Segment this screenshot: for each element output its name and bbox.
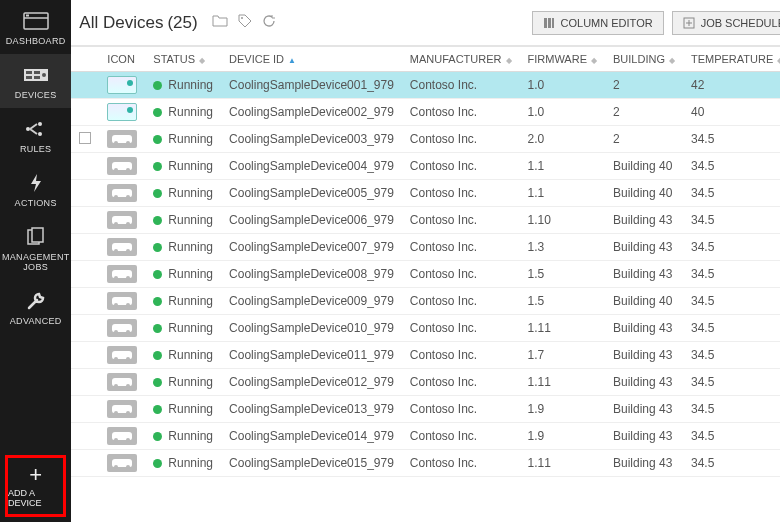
svg-rect-2 — [26, 15, 29, 17]
cell-temperature: 34.5 — [683, 315, 780, 342]
col-firmware[interactable]: FIRMWARE◆ — [520, 47, 605, 72]
status-dot-icon — [153, 243, 162, 252]
row-checkbox[interactable] — [71, 153, 99, 180]
car-icon — [107, 130, 137, 148]
table-row[interactable]: RunningCoolingSampleDevice004_979Contoso… — [71, 153, 780, 180]
table-row[interactable]: RunningCoolingSampleDevice002_979Contoso… — [71, 99, 780, 126]
row-checkbox[interactable] — [71, 396, 99, 423]
refresh-icon[interactable] — [262, 14, 276, 31]
sidebar-item-management-jobs[interactable]: MANAGEMENT JOBS — [0, 216, 71, 280]
row-checkbox[interactable] — [71, 207, 99, 234]
col-temperature[interactable]: TEMPERATURE◆ — [683, 47, 780, 72]
row-checkbox[interactable] — [71, 234, 99, 261]
sidebar-item-devices[interactable]: DEVICES — [0, 54, 71, 108]
row-checkbox[interactable] — [71, 180, 99, 207]
table-row[interactable]: RunningCoolingSampleDevice006_979Contoso… — [71, 207, 780, 234]
row-checkbox[interactable] — [71, 342, 99, 369]
table-row[interactable]: RunningCoolingSampleDevice011_979Contoso… — [71, 342, 780, 369]
row-checkbox[interactable] — [71, 72, 99, 99]
car-icon — [107, 319, 137, 337]
cell-device-id: CoolingSampleDevice001_979 — [221, 72, 402, 99]
cell-building: Building 43 — [605, 396, 683, 423]
cell-firmware: 1.0 — [520, 99, 605, 126]
cell-device-id: CoolingSampleDevice013_979 — [221, 396, 402, 423]
cell-icon — [99, 72, 145, 99]
svg-rect-15 — [544, 18, 547, 28]
row-checkbox[interactable] — [71, 261, 99, 288]
sidebar-item-rules[interactable]: RULES — [0, 108, 71, 162]
col-building[interactable]: BUILDING◆ — [605, 47, 683, 72]
col-device-id[interactable]: DEVICE ID▲ — [221, 47, 402, 72]
row-checkbox[interactable] — [71, 450, 99, 477]
folder-icon[interactable] — [212, 14, 228, 31]
column-editor-icon — [543, 17, 555, 29]
cell-device-id: CoolingSampleDevice015_979 — [221, 450, 402, 477]
cell-temperature: 34.5 — [683, 450, 780, 477]
cell-icon — [99, 207, 145, 234]
svg-point-8 — [42, 73, 46, 77]
column-editor-button[interactable]: COLUMN EDITOR — [532, 11, 664, 35]
cell-status: Running — [145, 315, 221, 342]
sidebar-item-actions[interactable]: ACTIONS — [0, 162, 71, 216]
status-dot-icon — [153, 270, 162, 279]
table-row[interactable]: RunningCoolingSampleDevice008_979Contoso… — [71, 261, 780, 288]
row-checkbox[interactable] — [71, 423, 99, 450]
col-icon[interactable]: ICON — [99, 47, 145, 72]
table-row[interactable]: RunningCoolingSampleDevice009_979Contoso… — [71, 288, 780, 315]
sidebar-item-dashboard[interactable]: DASHBOARD — [0, 0, 71, 54]
svg-rect-16 — [548, 18, 551, 28]
sidebar-item-label: DEVICES — [15, 90, 57, 100]
cell-temperature: 34.5 — [683, 180, 780, 207]
table-row[interactable]: RunningCoolingSampleDevice015_979Contoso… — [71, 450, 780, 477]
cell-icon — [99, 99, 145, 126]
cell-firmware: 1.7 — [520, 342, 605, 369]
col-checkbox[interactable] — [71, 47, 99, 72]
car-icon — [107, 184, 137, 202]
job-scheduler-button[interactable]: JOB SCHEDULER — [672, 11, 780, 35]
table-row[interactable]: RunningCoolingSampleDevice003_979Contoso… — [71, 126, 780, 153]
cell-manufacturer: Contoso Inc. — [402, 261, 520, 288]
cell-temperature: 34.5 — [683, 261, 780, 288]
svg-point-9 — [26, 127, 30, 131]
cell-temperature: 34.5 — [683, 288, 780, 315]
device-table: ICON STATUS◆ DEVICE ID▲ MANUFACTURER◆ FI… — [71, 46, 780, 477]
actions-icon — [22, 172, 50, 194]
cell-firmware: 1.0 — [520, 72, 605, 99]
device-table-wrap[interactable]: ICON STATUS◆ DEVICE ID▲ MANUFACTURER◆ FI… — [71, 46, 780, 522]
cell-status: Running — [145, 180, 221, 207]
col-manufacturer[interactable]: MANUFACTURER◆ — [402, 47, 520, 72]
cell-building: Building 43 — [605, 369, 683, 396]
row-checkbox[interactable] — [71, 99, 99, 126]
cell-building: Building 43 — [605, 315, 683, 342]
cell-building: Building 43 — [605, 423, 683, 450]
cell-manufacturer: Contoso Inc. — [402, 288, 520, 315]
cell-device-id: CoolingSampleDevice004_979 — [221, 153, 402, 180]
row-checkbox[interactable] — [71, 288, 99, 315]
add-device-button[interactable]: + ADD A DEVICE — [5, 455, 66, 517]
cell-device-id: CoolingSampleDevice007_979 — [221, 234, 402, 261]
table-row[interactable]: RunningCoolingSampleDevice012_979Contoso… — [71, 369, 780, 396]
cell-icon — [99, 423, 145, 450]
car-icon — [107, 346, 137, 364]
cell-firmware: 1.3 — [520, 234, 605, 261]
car-icon — [107, 157, 137, 175]
table-row[interactable]: RunningCoolingSampleDevice007_979Contoso… — [71, 234, 780, 261]
cell-temperature: 42 — [683, 72, 780, 99]
sidebar-item-advanced[interactable]: ADVANCED — [0, 280, 71, 334]
table-row[interactable]: RunningCoolingSampleDevice005_979Contoso… — [71, 180, 780, 207]
row-checkbox[interactable] — [71, 369, 99, 396]
sidebar: DASHBOARD DEVICES RULES ACTIONS MANAGEME… — [0, 0, 71, 522]
plus-icon: + — [29, 464, 42, 486]
col-status[interactable]: STATUS◆ — [145, 47, 221, 72]
row-checkbox[interactable] — [71, 126, 99, 153]
table-row[interactable]: RunningCoolingSampleDevice001_979Contoso… — [71, 72, 780, 99]
wrench-icon — [22, 290, 50, 312]
cell-manufacturer: Contoso Inc. — [402, 207, 520, 234]
table-row[interactable]: RunningCoolingSampleDevice014_979Contoso… — [71, 423, 780, 450]
table-row[interactable]: RunningCoolingSampleDevice010_979Contoso… — [71, 315, 780, 342]
tag-icon[interactable] — [238, 14, 252, 31]
table-row[interactable]: RunningCoolingSampleDevice013_979Contoso… — [71, 396, 780, 423]
svg-rect-6 — [26, 76, 32, 79]
cell-manufacturer: Contoso Inc. — [402, 369, 520, 396]
row-checkbox[interactable] — [71, 315, 99, 342]
